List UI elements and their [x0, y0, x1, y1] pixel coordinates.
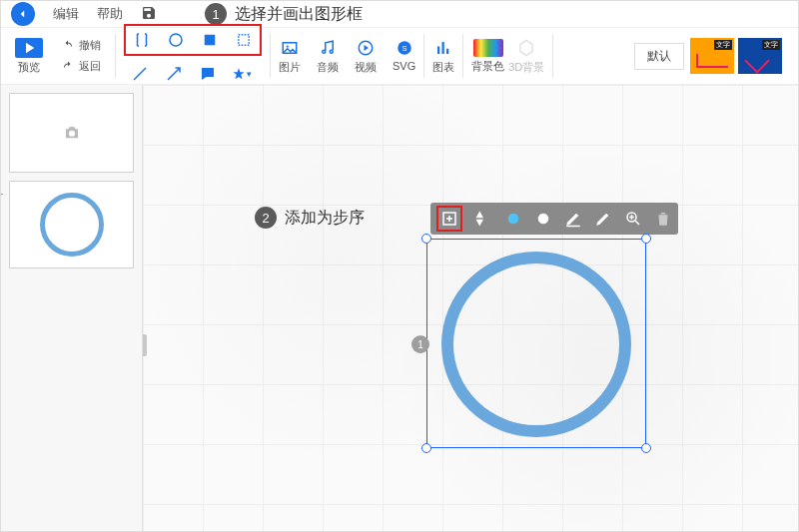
slide-thumb-new[interactable]: [9, 93, 134, 173]
note-tool-icon[interactable]: [198, 64, 218, 84]
annotation-badge-1: 1: [205, 3, 227, 25]
slide-thumb-circle: [40, 193, 104, 257]
insert-image[interactable]: 图片: [279, 38, 301, 75]
menu-bar: 编辑 帮助 1 选择并画出图形框: [1, 1, 798, 27]
insert-audio[interactable]: 音频: [317, 38, 339, 75]
insert-video[interactable]: 视频: [355, 38, 377, 75]
step-order-badge[interactable]: 1: [411, 335, 429, 353]
panel-collapse-handle[interactable]: [143, 334, 147, 356]
line-tool-icon[interactable]: [130, 64, 150, 84]
fill-color-icon[interactable]: [504, 210, 522, 228]
theme-thumb-2[interactable]: 文字: [738, 38, 782, 74]
save-button[interactable]: [141, 5, 157, 24]
back-button[interactable]: [11, 2, 35, 26]
undo-redo-group: 撤销 返回: [55, 38, 107, 74]
bgcolor-swatch-icon: [473, 39, 503, 57]
text-frame-icon[interactable]: [132, 30, 152, 50]
circle-shape-icon[interactable]: [166, 30, 186, 50]
delete-icon[interactable]: [654, 210, 672, 228]
preview-label: 预览: [18, 60, 40, 75]
redo-button[interactable]: 返回: [61, 59, 101, 74]
arrow-tool-icon[interactable]: [164, 64, 184, 84]
svg-text:S: S: [401, 44, 406, 53]
svg-rect-9: [442, 42, 444, 54]
svg-point-0: [170, 34, 182, 46]
theme-thumb-1[interactable]: 文字: [690, 38, 734, 74]
canvas[interactable]: 2 添加为步序 1: [143, 85, 798, 532]
circle-shape[interactable]: [441, 252, 631, 437]
preview-icon[interactable]: [15, 38, 43, 58]
insert-svg[interactable]: S SVG: [393, 38, 415, 72]
edit-text-icon[interactable]: [594, 210, 612, 228]
annotation-text-2: 添加为步序: [285, 208, 365, 229]
animation-icon[interactable]: [474, 210, 492, 228]
annotation-1: 1 选择并画出图形框: [205, 3, 363, 25]
marquee-icon[interactable]: [234, 30, 254, 50]
insert-chart[interactable]: 图表: [432, 38, 454, 75]
edit-stroke-icon[interactable]: [564, 210, 582, 228]
background-color[interactable]: 背景色: [471, 39, 504, 74]
shape-tools-highlight: [124, 24, 262, 56]
floating-toolbar: [430, 203, 678, 235]
annotation-text-1: 选择并画出图形框: [235, 4, 363, 25]
slide-number: 1: [0, 185, 3, 197]
svg-rect-8: [437, 46, 439, 54]
svg-rect-2: [239, 35, 250, 46]
svg-point-4: [287, 45, 289, 47]
svg-point-13: [538, 214, 549, 225]
shape-selection[interactable]: 1: [426, 239, 646, 448]
resize-handle-br[interactable]: [641, 443, 651, 453]
media-group: 图片 音频 视频 S SVG: [279, 38, 415, 75]
add-step-icon[interactable]: [440, 210, 458, 228]
square-shape-icon[interactable]: [200, 30, 220, 50]
resize-handle-bl[interactable]: [421, 443, 431, 453]
undo-button[interactable]: 撤销: [61, 38, 101, 53]
slide-thumb-1[interactable]: [9, 181, 134, 268]
stroke-color-icon[interactable]: [534, 210, 552, 228]
svg-point-12: [508, 214, 519, 225]
shape-tools-group: ▾: [124, 24, 262, 88]
svg-rect-10: [446, 48, 448, 53]
resize-handle-tl[interactable]: [421, 234, 431, 244]
theme-default-button[interactable]: 默认: [634, 43, 684, 70]
annotation-badge-2: 2: [255, 207, 277, 229]
main-area: 1 2 添加为步序: [1, 85, 798, 532]
slide-panel: 1: [1, 85, 143, 532]
star-tool-icon[interactable]: ▾: [232, 64, 252, 84]
preview-group: 预览: [7, 38, 51, 75]
zoom-icon[interactable]: [624, 210, 642, 228]
annotation-2: 2 添加为步序: [255, 207, 365, 229]
ribbon-toolbar: 预览 撤销 返回 ▾ 图片: [1, 27, 798, 85]
resize-handle-tr[interactable]: [641, 234, 651, 244]
svg-rect-1: [205, 35, 216, 46]
background-3d[interactable]: 3D背景: [508, 38, 544, 75]
add-step-highlight: [436, 206, 462, 232]
svg-rect-14: [566, 226, 580, 228]
menu-help[interactable]: 帮助: [97, 5, 123, 23]
menu-edit[interactable]: 编辑: [53, 5, 79, 23]
camera-icon: [61, 124, 83, 142]
